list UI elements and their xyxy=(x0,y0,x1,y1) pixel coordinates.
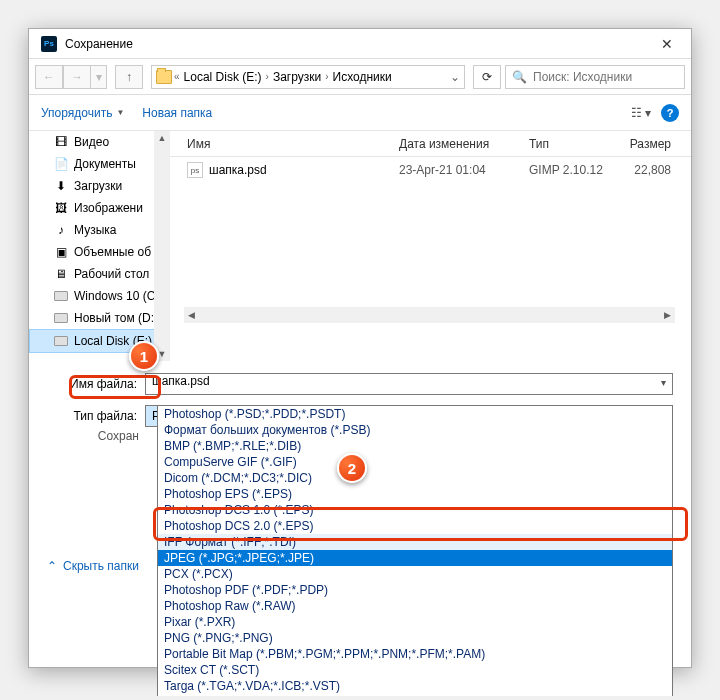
dropdown-option[interactable]: BMP (*.BMP;*.RLE;*.DIB) xyxy=(158,438,672,454)
drive-icon xyxy=(53,288,69,304)
refresh-button[interactable]: ⟳ xyxy=(473,65,501,89)
horizontal-scrollbar[interactable]: ◀ ▶ xyxy=(184,307,675,323)
search-icon: 🔍 xyxy=(512,70,527,84)
body: 🎞Видео 📄Документы ⬇Загрузки 🖼Изображени … xyxy=(29,131,691,361)
chevron-down-icon: ▼ xyxy=(116,108,124,117)
chevron-right-icon: › xyxy=(266,71,269,82)
sidebar-scrollbar[interactable]: ▲ ▼ xyxy=(154,131,170,361)
dropdown-option[interactable]: CompuServe GIF (*.GIF) xyxy=(158,454,672,470)
file-type: GIMP 2.10.12 xyxy=(529,163,629,177)
filename-input[interactable]: шапка.psd xyxy=(145,373,673,395)
sidebar-item-drive-c[interactable]: Windows 10 (C: xyxy=(29,285,168,307)
video-icon: 🎞 xyxy=(53,134,69,150)
annotation-marker-2: 2 xyxy=(337,453,367,483)
dropdown-option[interactable]: Pixar (*.PXR) xyxy=(158,614,672,630)
close-button[interactable]: ✕ xyxy=(647,30,687,58)
save-label: Сохран xyxy=(49,429,139,443)
filetype-dropdown-list[interactable]: Photoshop (*.PSD;*.PDD;*.PSDT) Формат бо… xyxy=(157,405,673,696)
image-icon: 🖼 xyxy=(53,200,69,216)
view-options-button[interactable]: ☷ ▾ xyxy=(631,106,651,120)
annotation-marker-1: 1 xyxy=(129,341,159,371)
file-list: Имя Дата изменения Тип Размер ps шапка.p… xyxy=(169,131,691,361)
dropdown-option[interactable]: Photoshop Raw (*.RAW) xyxy=(158,598,672,614)
file-list-header: Имя Дата изменения Тип Размер xyxy=(169,131,691,157)
sidebar: 🎞Видео 📄Документы ⬇Загрузки 🖼Изображени … xyxy=(29,131,169,353)
dropdown-option[interactable]: Photoshop DCS 1.0 (*.EPS) xyxy=(158,502,672,518)
dropdown-option[interactable]: IFF Формат (*.IFF;*.TDI) xyxy=(158,534,672,550)
navbar: ← → ▾ ↑ « Local Disk (E:) › Загрузки › И… xyxy=(29,59,691,95)
dropdown-option[interactable]: PNG (*.PNG;*.PNG) xyxy=(158,630,672,646)
help-button[interactable]: ? xyxy=(661,104,679,122)
filetype-label: Тип файла: xyxy=(47,409,137,423)
column-date[interactable]: Дата изменения xyxy=(389,137,519,151)
nav-forward-button[interactable]: → xyxy=(63,65,91,89)
desktop-icon: 🖥 xyxy=(53,266,69,282)
breadcrumb[interactable]: « Local Disk (E:) › Загрузки › Исходники… xyxy=(151,65,465,89)
column-size[interactable]: Размер xyxy=(619,137,691,151)
dropdown-option[interactable]: Scitex CT (*.SCT) xyxy=(158,662,672,678)
chevron-up-icon: ⌃ xyxy=(47,559,57,573)
save-dialog: Ps Сохранение ✕ ← → ▾ ↑ « Local Disk (E:… xyxy=(28,28,692,668)
nav-up-button[interactable]: ↑ xyxy=(115,65,143,89)
sidebar-item-documents[interactable]: 📄Документы xyxy=(29,153,168,175)
dropdown-option[interactable]: Dicom (*.DCM;*.DC3;*.DIC) xyxy=(158,470,672,486)
sidebar-item-downloads[interactable]: ⬇Загрузки xyxy=(29,175,168,197)
scroll-right-icon[interactable]: ▶ xyxy=(664,310,671,320)
filename-label: Имя файла: xyxy=(47,377,137,391)
dropdown-option-jpeg[interactable]: JPEG (*.JPG;*.JPEG;*.JPE) xyxy=(158,550,672,566)
folder-icon xyxy=(156,70,172,84)
app-icon: Ps xyxy=(41,36,57,52)
search-field[interactable] xyxy=(533,70,683,84)
scroll-up-icon[interactable]: ▲ xyxy=(158,133,167,143)
breadcrumb-item[interactable]: Local Disk (E:) xyxy=(182,70,264,84)
sidebar-item-videos[interactable]: 🎞Видео xyxy=(29,131,168,153)
toolbar: Упорядочить▼ Новая папка ☷ ▾ ? xyxy=(29,95,691,131)
dropdown-option[interactable]: TIFF (*.TIF;*.TIFF) xyxy=(158,694,672,696)
column-type[interactable]: Тип xyxy=(519,137,619,151)
search-input[interactable]: 🔍 xyxy=(505,65,685,89)
breadcrumb-item[interactable]: Исходники xyxy=(331,70,394,84)
music-icon: ♪ xyxy=(53,222,69,238)
dropdown-option[interactable]: Photoshop (*.PSD;*.PDD;*.PSDT) xyxy=(158,406,672,422)
new-folder-button[interactable]: Новая папка xyxy=(142,106,212,120)
organize-button[interactable]: Упорядочить▼ xyxy=(41,106,124,120)
nav-history-dropdown[interactable]: ▾ xyxy=(91,65,107,89)
file-name: шапка.psd xyxy=(209,163,399,177)
chevron-right-icon: « xyxy=(174,71,180,82)
dropdown-option[interactable]: PCX (*.PCX) xyxy=(158,566,672,582)
drive-icon xyxy=(53,310,69,326)
cube-icon: ▣ xyxy=(53,244,69,260)
nav-back-button[interactable]: ← xyxy=(35,65,63,89)
dropdown-option[interactable]: Portable Bit Map (*.PBM;*.PGM;*.PPM;*.PN… xyxy=(158,646,672,662)
breadcrumb-item[interactable]: Загрузки xyxy=(271,70,323,84)
psd-file-icon: ps xyxy=(187,162,203,178)
dropdown-option[interactable]: Photoshop EPS (*.EPS) xyxy=(158,486,672,502)
scroll-left-icon[interactable]: ◀ xyxy=(188,310,195,320)
window-title: Сохранение xyxy=(65,37,647,51)
drive-icon xyxy=(53,333,69,349)
sidebar-item-desktop[interactable]: 🖥Рабочий стол xyxy=(29,263,168,285)
hide-folders-button[interactable]: ⌃ Скрыть папки xyxy=(47,559,139,573)
dropdown-option[interactable]: Photoshop PDF (*.PDF;*.PDP) xyxy=(158,582,672,598)
sidebar-item-pictures[interactable]: 🖼Изображени xyxy=(29,197,168,219)
dropdown-option[interactable]: Targa (*.TGA;*.VDA;*.ICB;*.VST) xyxy=(158,678,672,694)
file-date: 23-Apr-21 01:04 xyxy=(399,163,529,177)
chevron-right-icon: › xyxy=(325,71,328,82)
dropdown-option[interactable]: Photoshop DCS 2.0 (*.EPS) xyxy=(158,518,672,534)
breadcrumb-dropdown-icon[interactable]: ⌄ xyxy=(450,70,460,84)
sidebar-item-music[interactable]: ♪Музыка xyxy=(29,219,168,241)
document-icon: 📄 xyxy=(53,156,69,172)
sidebar-item-3d[interactable]: ▣Объемные об xyxy=(29,241,168,263)
titlebar: Ps Сохранение ✕ xyxy=(29,29,691,59)
file-size: 22,808 xyxy=(629,163,691,177)
download-icon: ⬇ xyxy=(53,178,69,194)
dropdown-option[interactable]: Формат больших документов (*.PSB) xyxy=(158,422,672,438)
sidebar-item-drive-d[interactable]: Новый том (D:) xyxy=(29,307,168,329)
column-name[interactable]: Имя xyxy=(169,137,389,151)
file-row[interactable]: ps шапка.psd 23-Apr-21 01:04 GIMP 2.10.1… xyxy=(169,157,691,179)
